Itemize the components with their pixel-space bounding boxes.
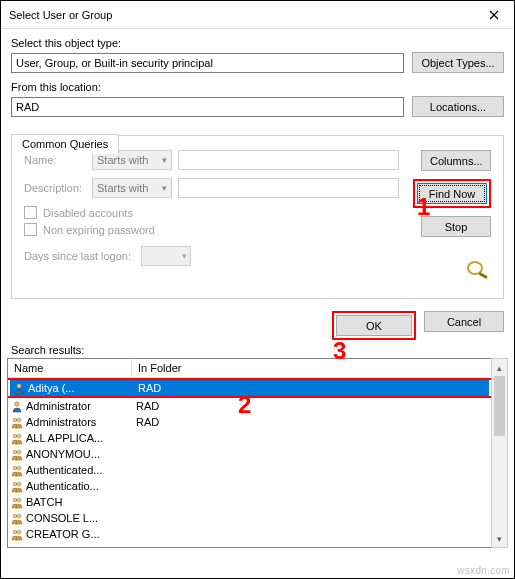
disabled-accounts-label: Disabled accounts — [43, 207, 133, 219]
table-row[interactable]: CONSOLE L... — [8, 510, 491, 526]
find-now-button[interactable]: Find Now — [417, 183, 487, 204]
chevron-down-icon: ▾ — [182, 251, 187, 261]
svg-rect-1 — [479, 272, 488, 279]
results-table: Name In Folder Aditya (...RADAdministrat… — [7, 358, 491, 548]
svg-point-14 — [13, 498, 17, 502]
group-icon — [10, 495, 24, 509]
svg-point-10 — [13, 466, 17, 470]
search-results-label: Search results: — [1, 344, 514, 358]
group-icon — [10, 511, 24, 525]
close-button[interactable] — [474, 1, 514, 29]
object-type-label: Select this object type: — [11, 37, 504, 49]
table-row[interactable]: ANONYMOU... — [8, 446, 491, 462]
table-row[interactable]: ALL APPLICA... — [8, 430, 491, 446]
group-icon — [10, 447, 24, 461]
non-expiring-checkbox[interactable] — [24, 223, 37, 236]
scroll-up-icon[interactable]: ▴ — [492, 359, 507, 376]
svg-point-11 — [17, 466, 21, 470]
ok-button[interactable]: OK — [336, 315, 412, 336]
svg-point-16 — [13, 514, 17, 518]
name-label: Name: — [24, 154, 86, 166]
chevron-down-icon: ▾ — [162, 183, 167, 193]
search-icon — [465, 259, 491, 286]
table-row[interactable]: Authenticated... — [8, 462, 491, 478]
svg-point-0 — [468, 262, 482, 274]
chevron-down-icon: ▾ — [162, 155, 167, 165]
svg-point-5 — [17, 418, 21, 422]
scroll-thumb[interactable] — [494, 376, 505, 436]
column-header-name[interactable]: Name — [8, 359, 132, 377]
common-queries-panel: Name: Starts with ▾ Description: Starts … — [11, 135, 504, 299]
titlebar: Select User or Group — [1, 1, 514, 29]
non-expiring-label: Non expiring password — [43, 224, 155, 236]
table-row[interactable]: Aditya (...RAD — [10, 380, 489, 396]
object-type-input[interactable] — [11, 53, 404, 73]
scroll-down-icon[interactable]: ▾ — [492, 530, 507, 547]
location-label: From this location: — [11, 81, 504, 93]
scrollbar[interactable]: ▴ ▾ — [491, 358, 508, 548]
days-since-combo[interactable]: ▾ — [141, 246, 191, 266]
user-icon — [10, 399, 24, 413]
description-combo[interactable]: Starts with ▾ — [92, 178, 172, 198]
disabled-accounts-checkbox[interactable] — [24, 206, 37, 219]
svg-point-6 — [13, 434, 17, 438]
window-title: Select User or Group — [9, 9, 112, 21]
svg-point-7 — [17, 434, 21, 438]
cancel-button[interactable]: Cancel — [424, 311, 504, 332]
table-row[interactable]: BATCH — [8, 494, 491, 510]
table-row[interactable]: AdministratorRAD — [8, 398, 491, 414]
columns-button[interactable]: Columns... — [421, 150, 491, 171]
group-icon — [10, 463, 24, 477]
svg-point-4 — [13, 418, 17, 422]
group-icon — [10, 431, 24, 445]
svg-point-9 — [17, 450, 21, 454]
svg-point-3 — [15, 402, 19, 406]
table-row[interactable]: Authenticatio... — [8, 478, 491, 494]
table-row[interactable]: AdministratorsRAD — [8, 414, 491, 430]
description-label: Description: — [24, 182, 86, 194]
svg-point-8 — [13, 450, 17, 454]
stop-button[interactable]: Stop — [421, 216, 491, 237]
table-row[interactable]: CREATOR G... — [8, 526, 491, 542]
days-since-label: Days since last logon: — [24, 250, 131, 262]
svg-point-18 — [13, 530, 17, 534]
svg-point-12 — [13, 482, 17, 486]
svg-point-19 — [17, 530, 21, 534]
location-input[interactable] — [11, 97, 404, 117]
svg-point-13 — [17, 482, 21, 486]
group-icon — [10, 527, 24, 541]
svg-point-17 — [17, 514, 21, 518]
group-icon — [10, 479, 24, 493]
object-types-button[interactable]: Object Types... — [412, 52, 504, 73]
name-input[interactable] — [178, 150, 399, 170]
svg-point-2 — [17, 384, 21, 388]
svg-point-15 — [17, 498, 21, 502]
tab-common-queries[interactable]: Common Queries — [11, 134, 119, 154]
user-icon — [12, 381, 26, 395]
close-icon — [489, 7, 499, 23]
column-header-folder[interactable]: In Folder — [132, 359, 491, 377]
locations-button[interactable]: Locations... — [412, 96, 504, 117]
group-icon — [10, 415, 24, 429]
watermark: wsxdn.com — [457, 565, 510, 576]
description-input[interactable] — [178, 178, 399, 198]
